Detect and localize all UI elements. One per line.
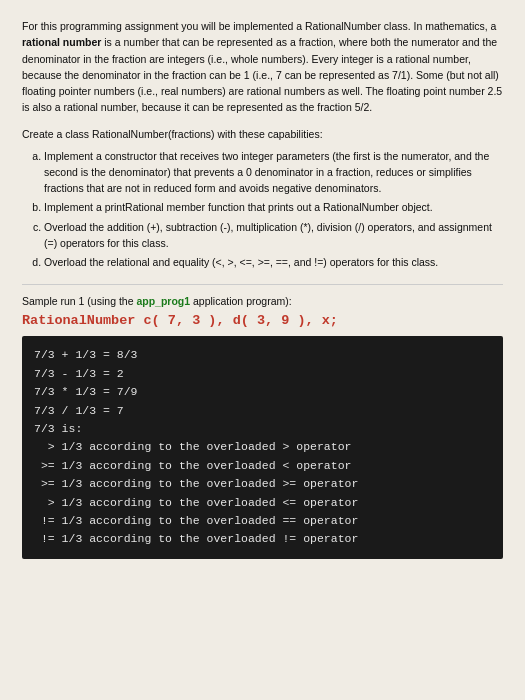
divider xyxy=(22,284,503,285)
capability-item-b: Implement a printRational member functio… xyxy=(44,199,503,215)
terminal-line-1: 7/3 + 1/3 = 8/3 xyxy=(34,346,491,364)
terminal-line-7: >= 1/3 according to the overloaded < ope… xyxy=(34,457,491,475)
terminal-line-11: != 1/3 according to the overloaded != op… xyxy=(34,530,491,548)
capability-item-a: Implement a constructor that receives tw… xyxy=(44,148,503,197)
terminal-line-2: 7/3 - 1/3 = 2 xyxy=(34,365,491,383)
capability-item-c: Overload the addition (+), subtraction (… xyxy=(44,219,503,252)
bold-phrase: rational number xyxy=(22,36,101,48)
terminal-line-5: 7/3 is: xyxy=(34,420,491,438)
terminal-line-3: 7/3 * 1/3 = 7/9 xyxy=(34,383,491,401)
terminal-line-4: 7/3 / 1/3 = 7 xyxy=(34,402,491,420)
page-container: For this programming assignment you will… xyxy=(0,0,525,577)
capabilities-list: Implement a constructor that receives tw… xyxy=(22,148,503,271)
capability-item-d: Overload the relational and equality (<,… xyxy=(44,254,503,270)
app-prog-label: app_prog1 xyxy=(136,295,190,307)
terminal-line-10: != 1/3 according to the overloaded == op… xyxy=(34,512,491,530)
terminal-line-9: > 1/3 according to the overloaded <= ope… xyxy=(34,494,491,512)
terminal-line-8: >= 1/3 according to the overloaded >= op… xyxy=(34,475,491,493)
constructor-line: RationalNumber c( 7, 3 ), d( 3, 9 ), x; xyxy=(22,313,503,328)
terminal-block: 7/3 + 1/3 = 8/3 7/3 - 1/3 = 2 7/3 * 1/3 … xyxy=(22,336,503,558)
sample-run-label: Sample run 1 (using the app_prog1 applic… xyxy=(22,295,503,307)
terminal-line-6: > 1/3 according to the overloaded > oper… xyxy=(34,438,491,456)
capabilities-title: Create a class RationalNumber(fractions)… xyxy=(22,128,503,140)
intro-paragraph: For this programming assignment you will… xyxy=(22,18,503,116)
